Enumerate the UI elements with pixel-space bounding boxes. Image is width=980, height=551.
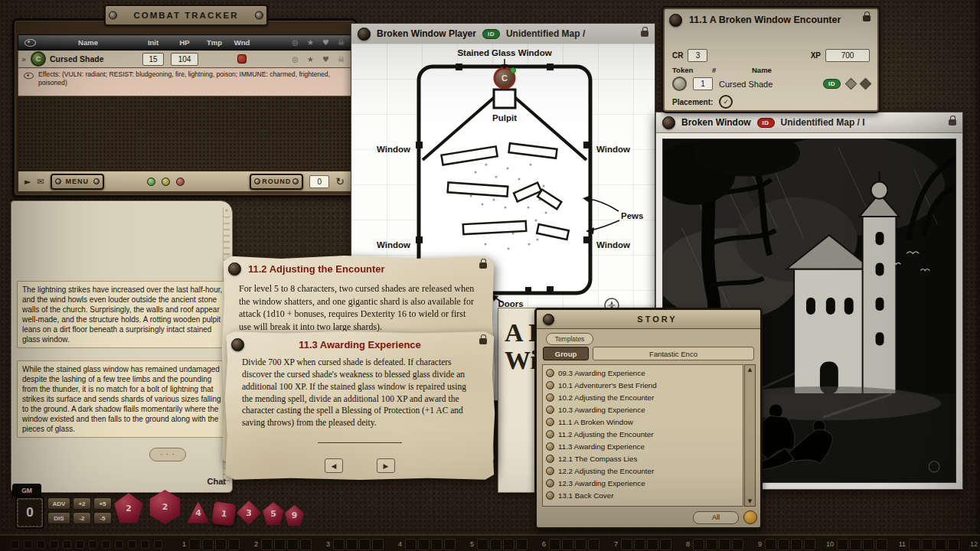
- hotkey-slot[interactable]: [804, 539, 815, 550]
- hostile-gem-icon[interactable]: [176, 178, 185, 186]
- hotkey-slot[interactable]: [935, 539, 946, 550]
- d20-die[interactable]: 2: [148, 490, 182, 524]
- hotkey-slot[interactable]: [634, 539, 645, 550]
- prev-page-button[interactable]: ◀: [325, 458, 343, 473]
- radial-menu-icon[interactable]: [358, 28, 371, 41]
- modifier-box[interactable]: 0: [15, 497, 44, 529]
- hotkey-slot[interactable]: [778, 539, 789, 550]
- hotkey-slot[interactable]: [621, 539, 632, 550]
- targeting-icon[interactable]: ◎: [292, 55, 299, 64]
- next-page-button[interactable]: ▶: [377, 458, 395, 473]
- lock-icon[interactable]: [641, 31, 648, 37]
- new-entry-button[interactable]: [743, 510, 757, 524]
- targeting-icon[interactable]: [860, 78, 872, 90]
- d100-die[interactable]: 9: [284, 505, 305, 526]
- minus2-button[interactable]: -2: [73, 512, 91, 524]
- radial-menu-icon[interactable]: [669, 14, 682, 27]
- next-actor-button[interactable]: ►: [24, 177, 31, 187]
- lock-icon[interactable]: [479, 262, 487, 269]
- creature-token[interactable]: C: [31, 51, 46, 67]
- hotbar-tick[interactable]: [128, 540, 136, 549]
- dis-button[interactable]: DIS: [47, 512, 70, 524]
- hotkey-slot[interactable]: [405, 539, 416, 550]
- radial-menu-icon[interactable]: [662, 116, 675, 129]
- list-item[interactable]: 10.2 Adjusting the Encounter: [546, 391, 740, 403]
- npc-token[interactable]: [672, 77, 687, 91]
- hotkey-slot[interactable]: [300, 539, 312, 550]
- hotkey-slot[interactable]: [562, 539, 573, 550]
- scroll-up-icon[interactable]: ▲: [748, 367, 752, 373]
- list-item[interactable]: 12.3 Awarding Experience: [546, 477, 740, 489]
- map-window-titlebar[interactable]: Broken Window Player ID Unidentified Map…: [351, 24, 655, 44]
- list-item[interactable]: 12.2 Adjusting the Encounter: [546, 465, 740, 477]
- placement-check-icon[interactable]: ✓: [719, 95, 733, 109]
- hotkey-slot[interactable]: [863, 539, 874, 550]
- heart-icon[interactable]: ♥: [322, 38, 329, 47]
- hotbar-tick[interactable]: [11, 540, 19, 549]
- hotbar-tick[interactable]: [102, 540, 110, 549]
- minus5-button[interactable]: -5: [93, 512, 112, 524]
- hotbar-tick[interactable]: [76, 540, 84, 549]
- gm-identity-tab[interactable]: GM: [12, 484, 41, 497]
- hotkey-slot[interactable]: [719, 539, 730, 550]
- star-icon[interactable]: ★: [307, 38, 314, 47]
- xp-field[interactable]: 700: [825, 49, 870, 62]
- hotkey-slot[interactable]: [359, 539, 371, 550]
- hotbar-tick[interactable]: [154, 540, 162, 549]
- npc-count-field[interactable]: 1: [693, 77, 713, 90]
- hotkey-slot[interactable]: [287, 539, 299, 550]
- story-list-titlebar[interactable]: STORY: [537, 310, 760, 329]
- image-window-titlebar[interactable]: Broken Window ID Unidentified Map / I: [656, 112, 962, 133]
- hotkey-slot[interactable]: [850, 539, 861, 550]
- skull-icon[interactable]: ☠: [338, 38, 345, 47]
- list-item[interactable]: 11.2 Adjusting the Encounter: [546, 428, 740, 440]
- scroll-down-icon[interactable]: ▼: [748, 498, 752, 504]
- skull-icon[interactable]: ☠: [338, 55, 345, 64]
- hotbar-tick[interactable]: [37, 540, 45, 549]
- id-badge[interactable]: ID: [757, 118, 775, 128]
- list-item[interactable]: 11.1 A Broken Window: [546, 416, 740, 428]
- targeting-icon[interactable]: ◎: [292, 38, 299, 47]
- init-field[interactable]: 15: [142, 53, 164, 66]
- expand-chevron-icon[interactable]: »: [21, 55, 31, 64]
- hotkey-slot[interactable]: [503, 539, 514, 550]
- radial-menu-icon[interactable]: [228, 262, 241, 276]
- hotkey-slot[interactable]: [274, 539, 286, 550]
- hotkey-slot[interactable]: [575, 539, 586, 550]
- combat-tracker-title[interactable]: COMBAT TRACKER: [104, 5, 268, 26]
- hotkey-slot[interactable]: [660, 539, 671, 550]
- hotkey-slot[interactable]: [516, 539, 528, 550]
- hotkey-slot[interactable]: [444, 539, 456, 550]
- d12-die[interactable]: 2: [113, 493, 144, 523]
- npc-name[interactable]: Cursed Shade: [719, 80, 773, 89]
- hotkey-slot[interactable]: [837, 539, 848, 550]
- hotkey-slot[interactable]: [490, 539, 501, 550]
- list-item[interactable]: 09.3 Awarding Experience: [546, 367, 740, 379]
- hotkey-slot[interactable]: [431, 539, 443, 550]
- hotkey-slot[interactable]: [228, 539, 240, 550]
- hotkey-slot[interactable]: [765, 539, 776, 550]
- star-icon[interactable]: ★: [307, 55, 314, 64]
- templates-tab[interactable]: Templates: [546, 333, 593, 345]
- d4-die[interactable]: 4: [186, 500, 211, 525]
- scrollbar[interactable]: ▲ ▼: [744, 364, 756, 507]
- adv-button[interactable]: ADV: [47, 497, 70, 510]
- die-icon[interactable]: [845, 78, 858, 90]
- hotbar-tick[interactable]: [63, 540, 71, 549]
- radial-menu-icon[interactable]: [543, 314, 554, 325]
- d8-die[interactable]: 3: [237, 500, 261, 525]
- hotkey-slot[interactable]: [732, 539, 743, 550]
- hotkey-slot[interactable]: [261, 539, 273, 550]
- lock-icon[interactable]: [863, 15, 871, 21]
- hotkey-slot[interactable]: [202, 539, 214, 550]
- hotkey-slot[interactable]: [706, 539, 717, 550]
- hotkey-slot[interactable]: [922, 539, 933, 550]
- all-filter-button[interactable]: All: [693, 511, 739, 524]
- hotkey-slot[interactable]: [948, 539, 959, 550]
- effects-visibility-icon[interactable]: [24, 73, 34, 80]
- hotkey-slot[interactable]: [215, 539, 227, 550]
- hotkey-slot[interactable]: [189, 539, 201, 550]
- chat-mode-button[interactable]: · · ·: [149, 448, 186, 461]
- id-badge[interactable]: ID: [482, 29, 500, 39]
- hotkey-slot[interactable]: [693, 539, 704, 550]
